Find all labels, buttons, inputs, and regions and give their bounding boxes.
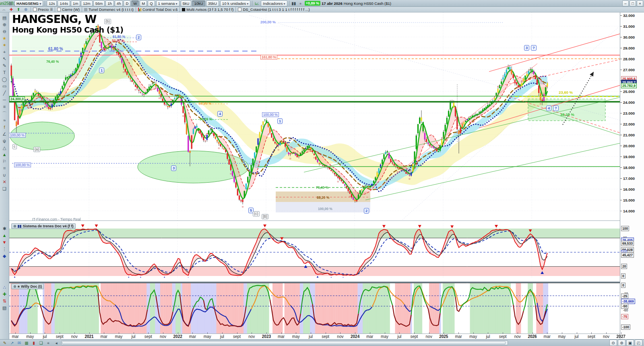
grid-icon[interactable]: ⌗ [1,165,8,171]
rectangle-icon[interactable]: ▭ [1,83,8,89]
down-signals-icon[interactable]: ▼ [1,239,8,245]
list-icon[interactable]: ☰ [50,8,53,11]
add-indicator-icon[interactable]: ✚ [8,7,14,12]
timeframe-button-w[interactable]: W [131,0,139,6]
unit-button-10ku[interactable]: 10kU [192,0,205,6]
collapse-toolbar-icon[interactable]: ︿ [1,7,7,12]
share-icon[interactable]: ↗ [9,340,15,346]
symbol-selector[interactable]: HANGSENG [14,0,43,6]
willy-panel-tab[interactable]: ⊗ ■ Willy Doc (t) [11,284,44,289]
main-chart-canvas[interactable] [9,12,620,220]
willy-indicator-canvas[interactable] [9,283,620,334]
zoom-out-button[interactable]: ⊖ [609,340,617,346]
channel-icon[interactable]: ≡ [1,103,8,110]
arc-icon[interactable]: ⌒ [1,110,8,117]
flag-icon[interactable]: ⚐ [1,158,8,165]
indicator-item[interactable]: Precio☰ [33,7,53,12]
price-axis-label: 30.000 [623,35,635,39]
layers-icon[interactable]: ❏ [38,340,44,346]
unit-button-35ku[interactable]: 35kU [206,0,219,6]
panel-settings-icon[interactable]: ✱ [1,225,8,232]
indicator-item[interactable]: Control Total Doc v.6 [138,7,178,12]
pointer-icon[interactable]: ↖ [1,56,8,62]
up-signals-icon[interactable]: ▲ [1,232,8,239]
trains-panel-tab[interactable]: ⊗ ▮▮ Sistema de trenes Doc v4 (f f) [11,223,76,229]
timeframe-button-12s[interactable]: 12s [47,0,57,6]
close-panel-icon[interactable]: ⊗ [13,284,17,288]
indicator-item[interactable]: Multi Avisos (3 f 3 1,5 70 f f) [182,7,233,12]
move-up-icon[interactable]: ⬆ [16,7,21,12]
ellipse-icon[interactable]: ◯ [1,76,8,82]
scatter-icon[interactable]: ∴ [1,284,8,290]
plus-signal-icon[interactable]: ✚ [1,291,8,297]
panel-separator[interactable] [0,220,644,221]
magnet-icon[interactable]: ∪ [1,172,8,178]
diamond-icon[interactable]: ◆ [1,253,8,259]
record-icon[interactable]: ● [298,1,303,6]
scroll-left-button[interactable]: ◂ [53,340,60,346]
indicator-item[interactable]: Tunel Domenec v4 (t t t t t) [84,7,134,12]
bars-icon[interactable]: ▮ [31,340,37,346]
text-icon[interactable]: T [1,69,8,76]
pencil-icon[interactable]: ✎ [2,340,8,346]
workspace-grid-icon[interactable]: ▦ [8,1,13,6]
checkbox-icon[interactable] [33,8,37,11]
maximize-button[interactable]: □ [630,0,636,6]
timeframe-button-d[interactable]: D [124,0,130,6]
close-indicator-icon[interactable]: ⊗ [23,7,29,12]
panel-separator-thick[interactable] [0,282,644,283]
timeframe-button-1h[interactable]: 1h [105,0,114,6]
fibonacci-icon[interactable]: f [1,124,8,130]
comment-icon[interactable]: ✉ [16,340,23,346]
close-panel-icon[interactable]: ⊗ [13,224,17,228]
timeframe-button-56m[interactable]: 56m [93,0,105,6]
hline-icon[interactable]: ─ [1,97,8,103]
palette-icon[interactable]: ▧ [1,305,8,311]
timeframe-button-144s[interactable]: 144s [58,0,70,6]
zoom-fit-button[interactable]: ◰ [635,340,642,346]
zoom-select-button[interactable]: ▣ [626,340,634,346]
indicator-item[interactable]: Cierre (W) [57,7,80,12]
image-icon[interactable]: ▦ [23,340,30,346]
arrows-icon[interactable]: ⇅ [1,298,8,304]
checkbox-icon[interactable] [238,8,242,11]
dots-icon[interactable]: ⋮ [1,246,8,252]
timeframe-button-m[interactable]: M [140,0,147,6]
timeframe-button-12m[interactable]: 12m [81,0,92,6]
zoom-out-icon[interactable]: ⊖ [1,28,8,35]
fib-fan-icon[interactable]: ∠ [1,131,8,137]
triangle-icon[interactable]: △ [1,144,8,151]
trains-indicator-canvas[interactable] [9,224,620,278]
close-button[interactable]: × [637,0,643,6]
scrollbar-thumb[interactable] [62,341,506,344]
zoom-in-icon[interactable]: ⊕ [1,21,8,28]
flash-icon[interactable]: ✶ [1,42,8,48]
time-axis[interactable]: marmayjulseptnov2021marmayjulseptnov2022… [9,334,620,340]
period-select[interactable]: 1 semana [156,0,180,6]
pencil-icon[interactable]: ✎ [1,62,8,69]
pitchfork-icon[interactable]: ψ [1,138,8,144]
wave-icon[interactable]: ≈ [1,117,8,124]
timeframe-button-q[interactable]: Q [148,0,155,6]
menu-icon[interactable]: ▤ [1,14,8,21]
price-axis[interactable]: 32.00031.00030.00029.00028.00027.00026.0… [620,12,644,339]
indicator-item[interactable]: DS_CotasHist (1 t t t 3 1 1 t f f f f f … [238,7,310,12]
timeframe-button-4h[interactable]: 4h [115,0,123,6]
zoom-in-button[interactable]: ⊕ [618,340,625,346]
indicators-button[interactable]: Indicadores [261,0,287,6]
collapse-left-icon[interactable]: « [45,340,52,346]
pause-icon[interactable]: ▮▮ [291,1,297,6]
layers-icon[interactable]: ❏ [1,185,8,192]
trendline-icon[interactable]: ╱ [1,90,8,96]
favorites-icon[interactable]: ★ [1,35,8,41]
unit-button-5ku[interactable]: 5kU [181,0,192,6]
units-select[interactable]: 10 k unidades [220,0,250,6]
delete-icon[interactable]: ✕ [1,179,8,185]
axis-tick [620,167,622,168]
minimize-button[interactable]: – [622,0,629,6]
checkbox-icon[interactable] [57,8,61,11]
marker-icon[interactable]: ▲ [1,151,8,158]
crosshair-icon[interactable]: + [1,49,8,55]
timeframe-button-1m[interactable]: 1m [71,0,80,6]
horizontal-scrollbar[interactable] [61,340,508,345]
